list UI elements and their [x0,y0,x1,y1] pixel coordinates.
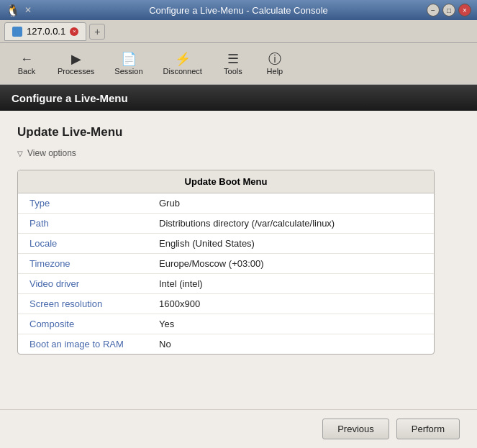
processes-label: Processes [58,67,94,76]
window-title: Configure a Live-Menu - Calculate Consol… [149,5,328,16]
tools-label: Tools [224,67,242,76]
table-row: Boot an image to RAMNo [18,334,434,354]
tab-favicon [12,27,22,37]
table-value: Distributions directory (/var/calculate/… [159,218,335,229]
perform-button[interactable]: Perform [396,419,460,439]
info-table: Update Boot Menu TypeGrubPathDistributio… [17,170,435,355]
table-value: Intel (intel) [159,278,203,289]
footer: Previous Perform [0,409,477,448]
table-row: LocaleEnglish (United States) [18,234,434,254]
view-options-label: View options [27,148,76,158]
header-title: Configure a Live-Menu [12,92,128,104]
disconnect-label: Disconnect [163,67,202,76]
tools-icon: ☰ [227,52,239,65]
toolbar: ← Back ▶ Processes 📄 Session ⚡ Disconnec… [0,43,477,85]
table-row: Screen resolution1600x900 [18,294,434,314]
session-label: Session [114,67,142,76]
disconnect-icon: ⚡ [175,52,191,65]
session-button[interactable]: 📄 Session [107,50,150,78]
table-value: 1600x900 [159,298,200,309]
table-header: Update Boot Menu [18,170,434,193]
table-value: Yes [159,319,174,329]
table-value: English (United States) [159,238,255,249]
table-row: TypeGrub [18,193,434,214]
title-bar: 🐧 ✕ Configure a Live-Menu - Calculate Co… [0,0,477,20]
table-key: Composite [29,319,159,329]
back-label: Back [18,67,35,76]
header-bar: Configure a Live-Menu [0,85,477,111]
minimize-button[interactable]: − [427,4,440,17]
back-icon: ← [20,52,33,65]
table-key: Boot an image to RAM [29,339,159,349]
table-row: CompositeYes [18,314,434,334]
browser-tab[interactable]: 127.0.0.1 × [4,22,86,41]
table-key: Timezone [29,258,159,269]
processes-icon: ▶ [71,52,81,65]
table-key: Locale [29,238,159,249]
table-row: Video driverIntel (intel) [18,274,434,294]
main-content: Update Live-Menu ▽ View options Update B… [0,111,477,409]
table-value: Grub [159,198,180,209]
table-row: PathDistributions directory (/var/calcul… [18,214,434,234]
new-tab-button[interactable]: + [89,24,105,40]
table-value: Europe/Moscow (+03:00) [159,258,264,269]
help-label: Help [267,67,283,76]
back-button[interactable]: ← Back [9,50,45,78]
table-key: Type [29,198,159,209]
view-options-toggle[interactable]: ▽ View options [17,148,460,158]
session-icon: 📄 [121,52,137,65]
title-bar-left: 🐧 ✕ [6,4,32,17]
help-icon: ⓘ [268,52,281,65]
page-title: Update Live-Menu [17,125,460,140]
title-bar-controls: − □ × [427,4,471,17]
maximize-button[interactable]: □ [442,4,455,17]
table-body: TypeGrubPathDistributions directory (/va… [18,193,434,354]
close-button[interactable]: × [458,4,471,17]
help-button[interactable]: ⓘ Help [257,50,293,78]
tab-bar: 127.0.0.1 × + [0,20,477,43]
triangle-icon: ▽ [17,150,23,157]
disconnect-button[interactable]: ⚡ Disconnect [156,50,209,78]
table-value: No [159,339,171,349]
tab-close-button[interactable]: × [70,27,78,36]
table-row: TimezoneEurope/Moscow (+03:00) [18,254,434,274]
table-key: Video driver [29,278,159,289]
processes-button[interactable]: ▶ Processes [50,50,101,78]
table-key: Screen resolution [29,298,159,309]
tools-button[interactable]: ☰ Tools [215,50,251,78]
tab-label: 127.0.0.1 [27,26,65,37]
previous-button[interactable]: Previous [322,419,389,439]
table-key: Path [29,218,159,229]
